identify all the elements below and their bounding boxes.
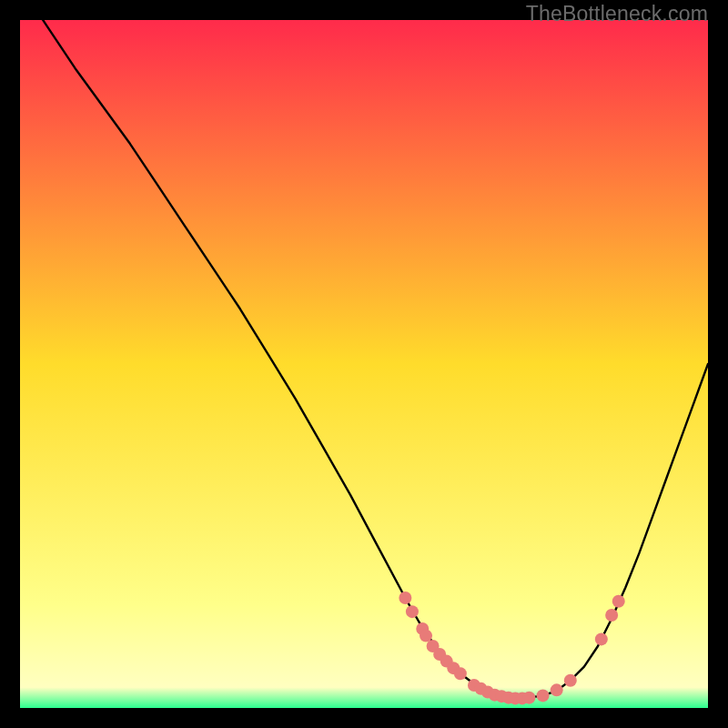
data-marker [537,689,550,702]
data-marker [605,609,618,622]
data-marker [595,632,608,645]
plot-area [20,20,708,708]
outer-frame: TheBottleneck.com [0,0,728,728]
data-marker [612,595,625,608]
data-marker [551,683,563,696]
chart-svg [20,20,708,708]
data-marker [564,674,577,687]
gradient-background [20,20,708,708]
data-marker [522,692,535,704]
watermark-text: TheBottleneck.com [526,2,708,26]
data-marker [406,605,419,618]
data-marker [399,592,411,604]
data-marker [454,667,467,680]
